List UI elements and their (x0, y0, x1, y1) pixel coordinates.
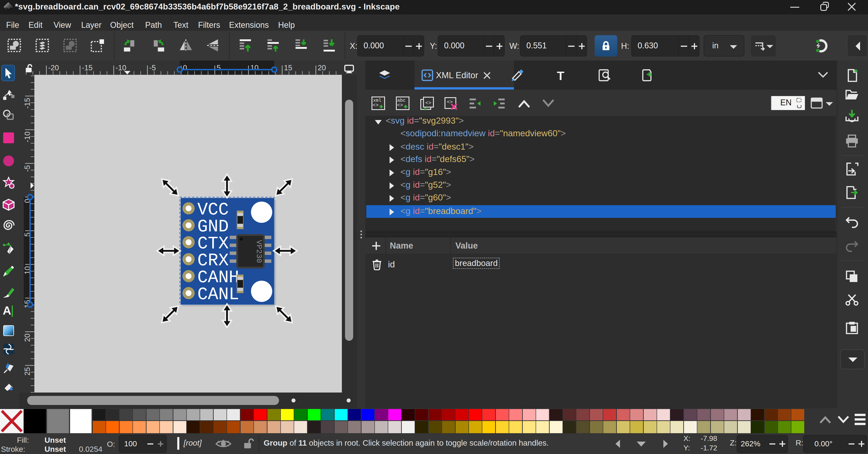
svg-text:xml: xml (373, 98, 381, 103)
svg-text:-15: -15 (24, 98, 31, 109)
svg-text:CTX: CTX (197, 234, 229, 254)
svg-text:CANL: CANL (197, 285, 239, 304)
svg-text:VP230: VP230 (255, 240, 263, 263)
svg-text:-5: -5 (24, 165, 31, 172)
svg-text:CRX: CRX (197, 251, 229, 270)
svg-text:<>: <> (373, 103, 378, 108)
svg-text:-5: -5 (149, 64, 156, 72)
svg-text:20: 20 (24, 333, 31, 342)
svg-text:0: 0 (183, 64, 187, 72)
svg-text:5: 5 (217, 64, 221, 72)
svg-text:-10: -10 (24, 132, 31, 142)
svg-text:GND: GND (197, 217, 229, 237)
svg-text:10: 10 (250, 64, 259, 72)
svg-text:-15: -15 (82, 64, 93, 72)
svg-text:<>: <> (425, 100, 431, 106)
svg-text:-20: -20 (48, 64, 59, 72)
svg-text:15: 15 (284, 64, 292, 72)
svg-text:<>: <> (397, 103, 403, 108)
svg-text:VCC: VCC (197, 200, 229, 220)
svg-text:20: 20 (318, 64, 326, 72)
svg-text:25: 25 (24, 367, 31, 376)
svg-text:abc: abc (397, 98, 405, 103)
svg-text:CANH: CANH (197, 268, 239, 287)
svg-text:-10: -10 (116, 64, 126, 72)
